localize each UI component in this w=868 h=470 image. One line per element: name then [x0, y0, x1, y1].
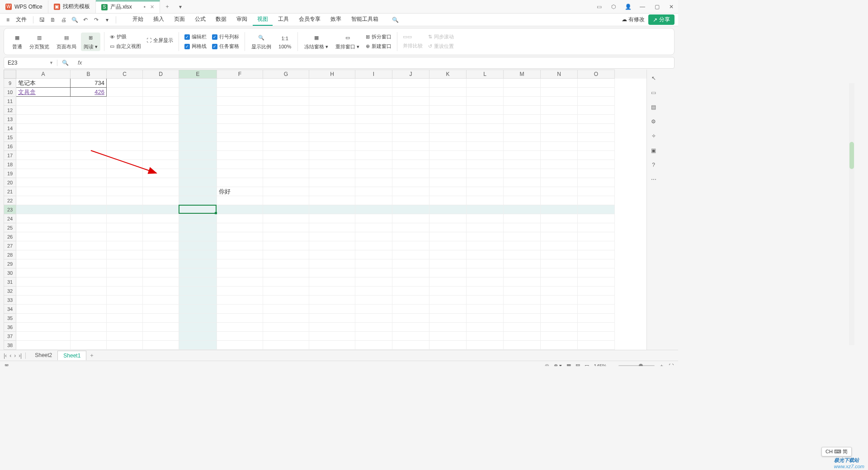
- cell-O13[interactable]: [578, 115, 615, 124]
- cell-E16[interactable]: [179, 142, 217, 151]
- file-menu[interactable]: 文件: [13, 16, 29, 24]
- cell-B15[interactable]: [71, 133, 107, 142]
- cell-F26[interactable]: [217, 232, 263, 241]
- col-header-N[interactable]: N: [541, 70, 578, 79]
- app-menu-icon[interactable]: ▭: [592, 0, 606, 13]
- status-icon-2[interactable]: ⊕ ▾: [554, 363, 562, 366]
- formula-input[interactable]: [86, 60, 674, 66]
- cell-B19[interactable]: [71, 169, 107, 178]
- cell-L19[interactable]: [467, 169, 504, 178]
- col-header-E[interactable]: E: [179, 70, 217, 79]
- cell-N34[interactable]: [541, 305, 578, 314]
- cell-I33[interactable]: [355, 296, 392, 305]
- cell-N10[interactable]: [541, 88, 578, 97]
- cell-C32[interactable]: [107, 287, 143, 296]
- cell-J31[interactable]: [392, 277, 429, 287]
- row-header-13[interactable]: 13: [4, 115, 16, 124]
- cell-G32[interactable]: [263, 287, 309, 296]
- cell-D9[interactable]: [143, 79, 179, 88]
- cell-F32[interactable]: [217, 287, 263, 296]
- cell-E12[interactable]: [179, 106, 217, 115]
- cell-O9[interactable]: [578, 79, 615, 88]
- cell-N35[interactable]: [541, 314, 578, 323]
- cell-H36[interactable]: [309, 323, 355, 332]
- cell-O27[interactable]: [578, 241, 615, 250]
- cell-M26[interactable]: [504, 232, 541, 241]
- col-header-B[interactable]: B: [71, 70, 107, 79]
- cell-M31[interactable]: [504, 277, 541, 287]
- cell-D27[interactable]: [143, 241, 179, 250]
- cell-O22[interactable]: [578, 196, 615, 205]
- cell-K35[interactable]: [429, 314, 467, 323]
- cell-H13[interactable]: [309, 115, 355, 124]
- cell-K14[interactable]: [429, 124, 467, 133]
- tab-menu-dropdown[interactable]: ▾: [175, 4, 186, 10]
- search-icon[interactable]: 🔍: [390, 15, 400, 25]
- cell-H30[interactable]: [309, 268, 355, 277]
- row-header-15[interactable]: 15: [4, 133, 16, 142]
- cell-O19[interactable]: [578, 169, 615, 178]
- cell-E21[interactable]: [179, 187, 217, 196]
- cell-M20[interactable]: [504, 178, 541, 187]
- hamburger-icon[interactable]: ≡: [4, 17, 12, 23]
- cell-O35[interactable]: [578, 314, 615, 323]
- cell-J22[interactable]: [392, 196, 429, 205]
- view-normal[interactable]: ▦普通: [9, 33, 25, 50]
- cell-N23[interactable]: [541, 205, 578, 214]
- cell-O36[interactable]: [578, 323, 615, 332]
- cell-G18[interactable]: [263, 160, 309, 169]
- cell-C20[interactable]: [107, 178, 143, 187]
- menu-tab-视图[interactable]: 视图: [253, 14, 273, 26]
- cell-E36[interactable]: [179, 323, 217, 332]
- cell-O38[interactable]: [578, 341, 615, 350]
- chk-headings[interactable]: ✓行号列标: [212, 33, 239, 40]
- cell-C11[interactable]: [107, 97, 143, 106]
- cell-G16[interactable]: [263, 142, 309, 151]
- cell-C25[interactable]: [107, 223, 143, 232]
- cell-D13[interactable]: [143, 115, 179, 124]
- cell-I36[interactable]: [355, 323, 392, 332]
- cell-O32[interactable]: [578, 287, 615, 296]
- cell-B30[interactable]: [71, 268, 107, 277]
- cell-B36[interactable]: [71, 323, 107, 332]
- cell-H12[interactable]: [309, 106, 355, 115]
- cell-I31[interactable]: [355, 277, 392, 287]
- panel-icon-3[interactable]: ⚙: [650, 118, 658, 126]
- zoom-slider[interactable]: [618, 365, 655, 366]
- fullscreen-toggle[interactable]: ⛶: [669, 363, 674, 367]
- cell-K32[interactable]: [429, 287, 467, 296]
- cell-J37[interactable]: [392, 332, 429, 341]
- cell-E14[interactable]: [179, 124, 217, 133]
- cell-J14[interactable]: [392, 124, 429, 133]
- export-icon[interactable]: 🗎: [48, 15, 58, 25]
- sheet-tab-Sheet1[interactable]: Sheet1: [57, 351, 86, 360]
- cell-M22[interactable]: [504, 196, 541, 205]
- cell-B9[interactable]: 734: [71, 79, 107, 88]
- cell-O12[interactable]: [578, 106, 615, 115]
- cell-G30[interactable]: [263, 268, 309, 277]
- cell-L29[interactable]: [467, 259, 504, 268]
- cell-G33[interactable]: [263, 296, 309, 305]
- cell-C12[interactable]: [107, 106, 143, 115]
- cell-L12[interactable]: [467, 106, 504, 115]
- cell-J18[interactable]: [392, 160, 429, 169]
- view-pagelayout[interactable]: ▤页面布局: [54, 33, 79, 50]
- row-header-23[interactable]: 23: [4, 205, 16, 214]
- cell-I10[interactable]: [355, 88, 392, 97]
- cell-H11[interactable]: [309, 97, 355, 106]
- cell-L24[interactable]: [467, 214, 504, 223]
- cell-K20[interactable]: [429, 178, 467, 187]
- cell-K22[interactable]: [429, 196, 467, 205]
- cell-I9[interactable]: [355, 79, 392, 88]
- cell-H14[interactable]: [309, 124, 355, 133]
- cell-F16[interactable]: [217, 142, 263, 151]
- cell-E33[interactable]: [179, 296, 217, 305]
- cell-C33[interactable]: [107, 296, 143, 305]
- cell-B14[interactable]: [71, 124, 107, 133]
- cell-F36[interactable]: [217, 323, 263, 332]
- cell-N22[interactable]: [541, 196, 578, 205]
- view-pagebreak[interactable]: ▥分页预览: [27, 33, 52, 50]
- cell-C18[interactable]: [107, 160, 143, 169]
- cell-D25[interactable]: [143, 223, 179, 232]
- cell-H18[interactable]: [309, 160, 355, 169]
